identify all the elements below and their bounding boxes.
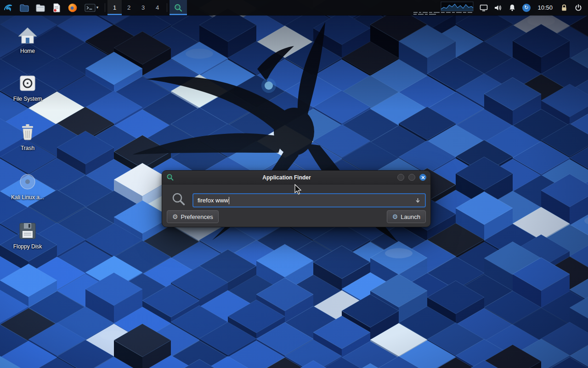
desktop-icon-label: Trash — [6, 145, 50, 151]
launch-button-label: Launch — [401, 213, 420, 220]
gear-icon: ⚙ — [172, 213, 178, 220]
text-editor-icon — [51, 3, 62, 13]
file-manager-launcher[interactable] — [16, 0, 32, 15]
lock-icon — [560, 3, 569, 12]
trash-icon — [17, 121, 39, 144]
notifications-button[interactable] — [505, 0, 519, 15]
display-icon — [479, 3, 488, 12]
workspace-button-4[interactable]: 4 — [150, 0, 164, 15]
desktop-icon-label: Home — [6, 48, 50, 54]
application-finder-app-icon[interactable] — [166, 173, 174, 181]
display-settings-button[interactable] — [476, 0, 491, 15]
window-title: Application Finder — [185, 174, 388, 181]
text-caret — [229, 197, 229, 204]
application-finder-task-icon — [174, 3, 183, 12]
desktop-icon-kali-linux[interactable]: Kali Linux a... — [6, 171, 50, 201]
updates-button[interactable]: ↻ — [519, 0, 533, 15]
panel-right: ↻ 10:50 — [413, 0, 588, 15]
documents-folder-icon — [35, 3, 45, 13]
bell-icon — [508, 3, 517, 12]
home-icon — [17, 24, 39, 46]
window-buttons — [397, 174, 426, 181]
desktop-icon-label: File System — [6, 96, 50, 102]
floppy-disk-icon — [17, 220, 39, 242]
search-icon — [171, 192, 186, 207]
top-panel: ▾ 1 2 3 4 — [0, 0, 588, 15]
terminal-dropdown-chevron-icon: ▾ — [96, 6, 99, 10]
panel-separator — [105, 3, 105, 12]
firefox-launcher[interactable] — [64, 0, 80, 15]
panel-separator — [167, 3, 167, 12]
clock[interactable]: 10:50 — [537, 4, 553, 11]
maximize-button[interactable] — [408, 174, 415, 181]
documents-launcher[interactable] — [32, 0, 48, 15]
workspace-switcher: 1 2 3 4 — [107, 0, 164, 15]
application-finder-window: Application Finder firefox www — [162, 170, 431, 227]
updates-refresh-icon: ↻ — [522, 4, 531, 12]
applications-menu-button[interactable] — [0, 0, 16, 15]
file-manager-icon — [19, 3, 29, 13]
panel-left: ▾ 1 2 3 4 — [0, 0, 187, 15]
close-icon — [421, 176, 425, 179]
disc-icon — [17, 171, 39, 193]
launch-button[interactable]: ⚙ Launch — [387, 210, 426, 223]
entry-dropdown-arrow[interactable] — [415, 197, 421, 203]
close-button[interactable] — [419, 174, 426, 181]
desktop-icon-file-system[interactable]: File System — [6, 72, 50, 102]
desktop-root: ▾ 1 2 3 4 — [0, 0, 588, 368]
volume-button[interactable] — [491, 0, 505, 15]
minimize-button[interactable] — [397, 174, 404, 181]
power-icon — [574, 3, 583, 12]
titlebar[interactable]: Application Finder — [162, 171, 430, 184]
desktop-icon-label: Floppy Disk — [6, 243, 50, 250]
search-input-value: firefox www — [198, 197, 228, 204]
desktop-icon-home[interactable]: Home — [6, 24, 50, 54]
terminal-launcher[interactable]: ▾ — [80, 0, 102, 15]
arrow-down-icon — [415, 197, 421, 203]
firefox-icon — [68, 3, 78, 13]
desktop-icon-trash[interactable]: Trash — [6, 121, 50, 151]
workspace-button-3[interactable]: 3 — [136, 0, 150, 15]
system-monitor — [413, 1, 475, 15]
preferences-button-label: Preferences — [181, 213, 213, 220]
power-button[interactable] — [571, 0, 585, 15]
mouse-cursor — [294, 184, 303, 195]
system-monitor-graph — [413, 1, 475, 15]
preferences-button[interactable]: ⚙ Preferences — [167, 210, 219, 223]
volume-icon — [493, 3, 503, 12]
kali-menu-icon — [3, 2, 14, 13]
workspace-button-1[interactable]: 1 — [107, 0, 122, 15]
terminal-icon — [85, 3, 96, 12]
workspace-button-2[interactable]: 2 — [122, 0, 136, 15]
keyring-button[interactable] — [557, 0, 571, 15]
taskbar-item-application-finder[interactable] — [170, 0, 187, 15]
text-editor-launcher[interactable] — [48, 0, 64, 15]
search-input[interactable]: firefox www — [192, 193, 426, 207]
file-system-icon — [17, 72, 39, 94]
desktop-icon-label: Kali Linux a... — [6, 194, 50, 201]
launch-icon: ⚙ — [392, 213, 398, 220]
desktop-icon-floppy-disk[interactable]: Floppy Disk — [6, 220, 50, 250]
